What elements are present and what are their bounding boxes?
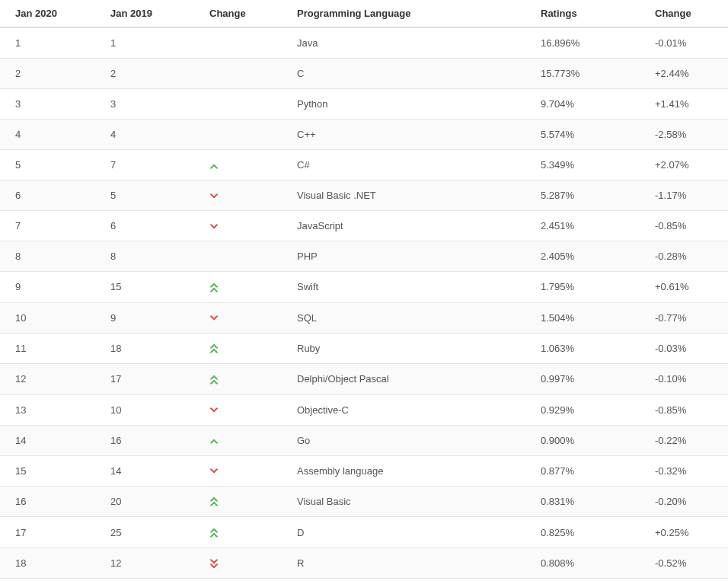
cell-change: -0.77% xyxy=(647,302,728,333)
cell-ratings: 9.704% xyxy=(533,89,647,120)
cell-ratings: 2.405% xyxy=(533,241,647,272)
chevron-down-icon xyxy=(209,468,219,475)
chevron-double-up-icon xyxy=(209,528,219,538)
col-header-language: Programming Language xyxy=(289,0,533,27)
cell-rank2019: 8 xyxy=(103,241,202,272)
cell-trend xyxy=(202,547,289,579)
cell-language: Ruby xyxy=(289,333,533,364)
table-row: 16 20 Visual Basic 0.831% -0.20% xyxy=(0,486,728,517)
cell-ratings: 0.997% xyxy=(533,364,647,395)
cell-trend xyxy=(202,120,289,150)
table-row: 15 14 Assembly language 0.877% -0.32% xyxy=(0,455,728,486)
table-row: 17 25 D 0.825% +0.25% xyxy=(0,517,728,548)
cell-change: +0.61% xyxy=(647,272,728,303)
cell-rank2020: 14 xyxy=(0,425,103,455)
cell-trend xyxy=(202,486,289,517)
col-header-change: Change xyxy=(647,0,728,27)
cell-ratings: 0.929% xyxy=(533,394,647,425)
cell-rank2020: 10 xyxy=(0,302,103,333)
cell-trend xyxy=(202,27,289,59)
cell-change: +1.41% xyxy=(647,89,728,120)
cell-ratings: 0.900% xyxy=(533,425,647,455)
cell-rank2020: 3 xyxy=(0,89,103,120)
cell-language: PHP xyxy=(289,241,533,272)
cell-language: Objective-C xyxy=(289,394,533,425)
cell-change: -0.85% xyxy=(647,211,728,241)
cell-change: -1.17% xyxy=(647,180,728,211)
cell-language: Delphi/Object Pascal xyxy=(289,364,533,395)
cell-language: JavaScript xyxy=(289,211,533,241)
cell-rank2019: 20 xyxy=(103,486,202,517)
cell-ratings: 1.504% xyxy=(533,302,647,333)
cell-trend xyxy=(202,455,289,486)
chevron-double-up-icon xyxy=(209,343,219,354)
cell-language: Visual Basic .NET xyxy=(289,180,533,211)
cell-rank2020: 9 xyxy=(0,272,103,303)
table-row: 5 7 C# 5.349% +2.07% xyxy=(0,150,728,180)
cell-rank2019: 5 xyxy=(103,180,202,211)
cell-language: R xyxy=(289,547,533,579)
cell-rank2020: 6 xyxy=(0,180,103,211)
col-header-rank2019: Jan 2019 xyxy=(103,0,202,27)
chevron-double-up-icon xyxy=(209,496,219,507)
cell-language: Java xyxy=(289,27,533,59)
chevron-down-icon xyxy=(209,407,219,414)
cell-trend xyxy=(202,150,289,180)
cell-ratings: 1.795% xyxy=(533,272,647,303)
cell-language: Visual Basic xyxy=(289,486,533,517)
cell-change: -0.28% xyxy=(647,241,728,272)
table-row: 6 5 Visual Basic .NET 5.287% -1.17% xyxy=(0,180,728,211)
cell-trend xyxy=(202,425,289,455)
cell-language: C++ xyxy=(289,120,533,150)
table-row: 7 6 JavaScript 2.451% -0.85% xyxy=(0,211,728,241)
table-row: 1 1 Java 16.896% -0.01% xyxy=(0,27,728,59)
cell-trend xyxy=(202,517,289,548)
cell-trend xyxy=(202,241,289,272)
cell-rank2019: 1 xyxy=(103,27,202,59)
cell-trend xyxy=(202,302,289,333)
cell-ratings: 0.877% xyxy=(533,455,647,486)
cell-rank2020: 5 xyxy=(0,150,103,180)
cell-rank2020: 18 xyxy=(0,547,103,579)
cell-rank2020: 13 xyxy=(0,394,103,425)
cell-ratings: 2.451% xyxy=(533,211,647,241)
cell-change: +2.44% xyxy=(647,59,728,89)
chevron-double-up-icon xyxy=(209,375,219,385)
table-row: 11 18 Ruby 1.063% -0.03% xyxy=(0,333,728,364)
cell-rank2019: 3 xyxy=(103,89,202,120)
table-row: 9 15 Swift 1.795% +0.61% xyxy=(0,272,728,303)
cell-change: +0.25% xyxy=(647,517,728,548)
chevron-down-icon xyxy=(209,223,219,231)
cell-language: Python xyxy=(289,89,533,120)
cell-ratings: 0.808% xyxy=(533,547,647,579)
col-header-trend: Change xyxy=(202,0,289,27)
cell-ratings: 5.349% xyxy=(533,150,647,180)
table-row: 2 2 C 15.773% +2.44% xyxy=(0,59,728,89)
cell-rank2020: 2 xyxy=(0,59,103,89)
cell-ratings: 15.773% xyxy=(533,59,647,89)
chevron-double-down-icon xyxy=(209,558,219,569)
cell-rank2019: 7 xyxy=(103,150,202,180)
col-header-rank2020: Jan 2020 xyxy=(0,0,103,27)
cell-rank2020: 15 xyxy=(0,455,103,486)
cell-trend xyxy=(202,272,289,303)
cell-change: -0.52% xyxy=(647,547,728,579)
cell-rank2020: 12 xyxy=(0,364,103,395)
cell-rank2019: 9 xyxy=(103,302,202,333)
cell-change: -0.20% xyxy=(647,486,728,517)
table-row: 12 17 Delphi/Object Pascal 0.997% -0.10% xyxy=(0,364,728,395)
cell-language: SQL xyxy=(289,302,533,333)
cell-ratings: 16.896% xyxy=(533,27,647,59)
rankings-table: Jan 2020 Jan 2019 Change Programming Lan… xyxy=(0,0,728,581)
cell-ratings: 0.825% xyxy=(533,517,647,548)
chevron-up-icon xyxy=(209,437,219,445)
chevron-down-icon xyxy=(209,314,219,322)
cell-trend xyxy=(202,364,289,395)
cell-trend xyxy=(202,333,289,364)
cell-rank2019: 2 xyxy=(103,59,202,89)
cell-rank2020: 7 xyxy=(0,211,103,241)
table-row: 8 8 PHP 2.405% -0.28% xyxy=(0,241,728,272)
cell-rank2019: 4 xyxy=(103,120,202,150)
cell-rank2019: 10 xyxy=(103,394,202,425)
cell-language: Swift xyxy=(289,272,533,303)
